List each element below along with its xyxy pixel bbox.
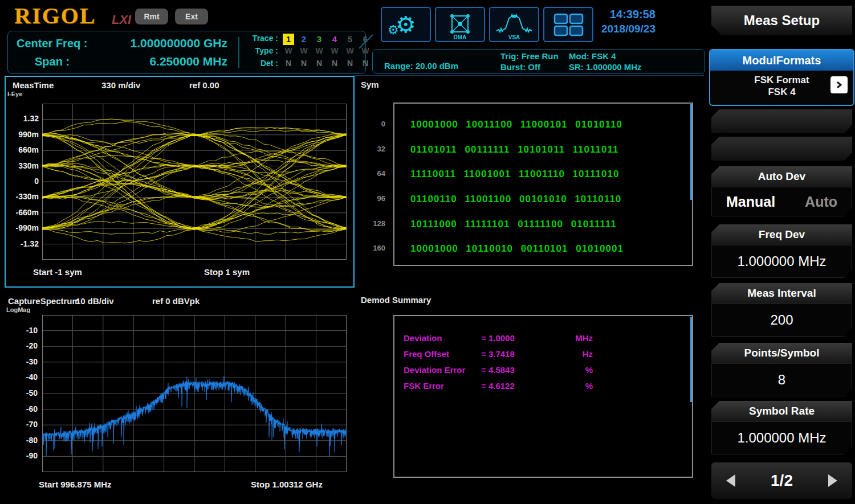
softkey-symbol-rate[interactable]: Symbol Rate (711, 401, 852, 421)
det-letters-3: N (329, 59, 340, 68)
sym-row-bits: 01101011 00111111 10101011 11011011 (410, 144, 618, 155)
vsa-button[interactable]: VSA (489, 7, 539, 42)
type-label: Type : (243, 46, 278, 55)
sym-row-bits: 10001000 10110010 00110101 01010001 (410, 243, 624, 255)
det-letters-4: N (344, 59, 356, 68)
sym-offset-column: 0326496128160 (355, 103, 385, 264)
det-letters-5: N (360, 59, 371, 68)
spectrum-panel-title: CaptureSpectrum (8, 296, 80, 306)
y-axis-label: 330m (18, 161, 39, 170)
y-axis-label: -60 (26, 404, 38, 413)
det-letters-2: N (314, 59, 325, 68)
trace-badge-1[interactable]: 1 (283, 34, 294, 45)
softkey-modulformats[interactable]: ModulFormats FSK Format FSK 4 (709, 49, 854, 106)
clock-time: 14:39:58 (590, 8, 656, 21)
eye-y-axis-labels: 1.32990m660m330m0-330m-660m-990m-1.32 (9, 104, 39, 260)
center-freq-label: Center Freq : (17, 37, 87, 50)
softkey-auto-dev[interactable]: Auto Dev (711, 166, 852, 187)
softkey-blank-2[interactable] (711, 137, 852, 161)
det-letters-0: N (283, 59, 294, 68)
trace-label: Trace : (243, 34, 278, 43)
points-symbol-value[interactable]: 8 (711, 363, 852, 396)
dma-icon-label: DMA (436, 34, 484, 40)
sym-offset: 64 (355, 169, 385, 178)
sym-row-bits: 01100110 11001100 00101010 10110110 (410, 194, 621, 205)
eye-scale-readout: 330 m/div (101, 80, 140, 90)
sym-offset: 160 (355, 244, 385, 252)
rigol-logo: RIGOL (14, 2, 96, 29)
type-letters-0: W (283, 46, 294, 55)
menu-title: Meas Setup (711, 6, 852, 35)
demod-data-box: Deviation= 1.0000MHzFreq Offset= 3.7418H… (393, 315, 693, 478)
vsa-spectrum-icon (495, 13, 533, 36)
chevron-right-icon (835, 81, 843, 89)
sym-row-bits: 10001000 10011100 11000101 01010110 (410, 119, 622, 130)
softkey-points-symbol[interactable]: Points/Symbol (711, 343, 852, 363)
det-letters-1: N (298, 59, 310, 68)
divider (238, 37, 239, 68)
modulformats-label: ModulFormats (710, 50, 853, 71)
rmt-button[interactable]: Rmt (135, 9, 168, 24)
type-letters-3: W (329, 46, 340, 55)
trace-badge-2[interactable]: 2 (298, 34, 310, 45)
capture-spectrum-panel[interactable]: CaptureSpectrum 10 dB/div ref 0 dBVpk Lo… (5, 290, 352, 501)
y-axis-label: -330m (16, 192, 39, 201)
spectrum-scale-readout: 10 dB/div (76, 296, 114, 306)
y-axis-label: -20 (26, 341, 38, 350)
det-letters: NNNNNN (283, 59, 380, 70)
freq-dev-value[interactable]: 1.000000 MHz (711, 245, 852, 278)
softkey-blank-1[interactable] (711, 109, 852, 133)
trace-badge-3[interactable]: 3 (314, 34, 325, 45)
eye-panel-title: MeasTime (13, 80, 54, 90)
det-label: Det : (243, 59, 278, 68)
settings-button[interactable]: ⚙ ⚙ (381, 7, 431, 42)
status-box: Range: 20.00 dBm Trig: Free Run Burst: O… (372, 49, 705, 74)
ext-button[interactable]: Ext (175, 9, 208, 24)
sym-row-bits: 10111000 11111101 01111100 01011111 (410, 219, 617, 230)
meastime-eye-panel[interactable]: MeasTime 330 m/div ref 0.00 I-Eye 1.3299… (5, 76, 355, 288)
trace-badge-6[interactable]: 6 (360, 34, 371, 45)
demod-row: Deviation= 1.0000MHz (394, 333, 692, 345)
trace-badge-5[interactable]: 5 (344, 34, 356, 45)
vsa-icon-label: VSA (490, 34, 538, 40)
page-prev-icon[interactable] (726, 474, 735, 487)
auto-dev-auto-option[interactable]: Auto (805, 194, 837, 210)
softkey-sidebar: Meas Setup ModulFormats FSK Format FSK 4… (707, 0, 855, 504)
trace-badge-4[interactable]: 4 (329, 34, 340, 45)
type-letters-2: W (314, 46, 325, 55)
sym-offset: 32 (355, 145, 385, 153)
y-axis-label: -90 (26, 451, 38, 460)
spectrum-stop-label: Stop 1.00312 GHz (251, 480, 323, 489)
dma-constellation-icon (447, 13, 473, 36)
y-axis-label: -50 (26, 388, 38, 398)
softkey-meas-interval[interactable]: Meas Interval (711, 283, 852, 304)
dma-button[interactable]: DMA (435, 7, 485, 42)
span-value: 6.250000 MHz (88, 55, 227, 68)
auto-dev-value[interactable]: Manual Auto (711, 187, 852, 216)
sym-scrollbar[interactable] (690, 104, 692, 200)
y-axis-label: -40 (26, 372, 38, 382)
sym-panel-title: Sym (361, 80, 379, 89)
vsa-screen: RIGOL LXI Rmt Ext Center Freq : 1.000000… (0, 0, 855, 504)
lxi-badge: LXI (112, 13, 131, 27)
y-axis-label: -30 (26, 357, 38, 366)
type-letters-5: W (360, 46, 371, 55)
softkey-freq-dev[interactable]: Freq Dev (711, 224, 852, 245)
y-axis-label: -990m (16, 223, 39, 232)
clock-date: 2018/09/23 (583, 23, 656, 35)
demod-panel-title: Demod Summary (361, 295, 431, 305)
windows-grid-icon (552, 12, 584, 37)
meas-interval-value[interactable]: 200 (711, 304, 852, 337)
eye-diagram-chart (42, 104, 347, 260)
page-next-icon[interactable] (828, 474, 837, 487)
sym-row-bits: 11110011 11001001 11001110 10111010 (410, 169, 619, 180)
y-axis-label: 0 (34, 177, 39, 186)
sym-offset: 128 (355, 219, 385, 228)
submenu-arrow-button[interactable] (830, 76, 848, 93)
demod-row: Freq Offset= 3.7418Hz (394, 349, 692, 360)
symbol-rate-value[interactable]: 1.000000 MHz (711, 421, 852, 454)
auto-dev-manual-option[interactable]: Manual (726, 194, 775, 210)
spectrum-y-axis-labels: -10-20-30-40-50-60-70-80-90 (8, 315, 38, 472)
page-indicator: 1/2 (771, 472, 793, 490)
y-axis-label: -1.32 (21, 239, 39, 248)
